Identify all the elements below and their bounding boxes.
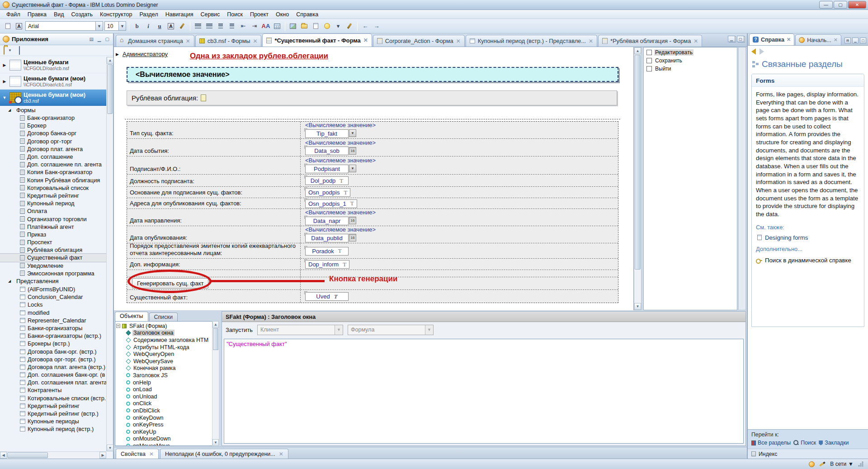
dropdown-icon[interactable]: ▼: [349, 165, 356, 172]
object-tree-item[interactable]: Заголовок JS: [116, 372, 218, 379]
sidebar-item[interactable]: Уведомление: [0, 262, 106, 270]
sidebar-item[interactable]: Representer_Calendar: [0, 317, 106, 324]
menu-item-Файл[interactable]: Файл: [3, 10, 24, 19]
sidebar-item[interactable]: Банки-организаторы (встр.): [0, 332, 106, 340]
sidebar-item[interactable]: Копия Банк-организатор: [0, 168, 106, 176]
sidebar-item[interactable]: Приказ: [0, 231, 106, 238]
close-icon[interactable]: ✕: [253, 38, 257, 44]
close-icon[interactable]: ✕: [589, 38, 593, 44]
sidebar-item[interactable]: Conclusion_Calendar: [0, 293, 106, 301]
object-tree-item[interactable]: onLoad: [116, 386, 218, 393]
close-icon[interactable]: ✕: [186, 38, 190, 44]
calendar-icon[interactable]: 16: [349, 217, 356, 224]
object-tree-item[interactable]: Атрибуты HTML-кода: [116, 344, 218, 351]
field-Dol_podp[interactable]: Dol_podpT: [305, 176, 349, 185]
editor-tab[interactable]: Corporate_Action - Форма✕: [373, 35, 465, 47]
sidebar-section-views[interactable]: ◢Представления: [0, 277, 106, 285]
close-icon[interactable]: ✕: [787, 37, 791, 43]
pane-maximize-icon[interactable]: ▢: [737, 36, 744, 42]
sidebar-item[interactable]: Доп. соглашения банк-орг. (в: [0, 371, 106, 379]
sidebar-item[interactable]: Банк-организатор: [0, 114, 106, 122]
tab-objects[interactable]: Объекты: [115, 312, 148, 321]
panel-menu-icon[interactable]: ▤: [88, 37, 94, 42]
administrator-link[interactable]: Администратору: [123, 51, 168, 57]
object-tree-item[interactable]: Содержимое заголовка HTM: [116, 336, 218, 344]
action-Сохранить[interactable]: Сохранить: [646, 57, 734, 64]
italic-button[interactable]: i: [143, 21, 153, 31]
sidebar-item[interactable]: Существенный факт: [0, 254, 106, 261]
menu-item-Сервис[interactable]: Сервис: [197, 10, 223, 19]
sidebar-item[interactable]: Договор банка-орг: [0, 129, 106, 137]
goto-link-2[interactable]: Поиск: [793, 440, 816, 446]
sidebar-item[interactable]: Доп. соглашение пл. агента: [0, 161, 106, 168]
sidebar-item[interactable]: Организатор торговли: [0, 215, 106, 223]
sidebar-item[interactable]: Кредитный рейтинг (встр.): [0, 410, 106, 417]
new-folder-icon[interactable]: [4, 47, 5, 55]
close-icon[interactable]: ✕: [363, 37, 368, 43]
sidebar-item[interactable]: Брокер: [0, 122, 106, 129]
object-tree-item[interactable]: onMouseDown: [116, 436, 218, 443]
sidebar-section-forms[interactable]: ◢Формы: [0, 106, 106, 114]
collapse-icon[interactable]: [116, 324, 120, 328]
tab-help[interactable]: ? Справка ✕: [749, 33, 794, 45]
bottom-tab[interactable]: Свойства✕: [116, 449, 159, 459]
twistie-icon[interactable]: ▼: [2, 95, 7, 100]
object-tree-item[interactable]: onClick: [116, 400, 218, 407]
sidebar-item[interactable]: Банки-организаторы: [0, 324, 106, 332]
calendar-icon[interactable]: 16: [349, 234, 356, 242]
help-maximize-icon[interactable]: ▢: [860, 38, 866, 43]
panel-maximize-icon[interactable]: ▢: [104, 37, 110, 42]
field-Uved[interactable]: UvedT: [305, 292, 349, 301]
sidebar-item[interactable]: Проспект: [0, 238, 106, 246]
sidebar-item[interactable]: modified: [0, 309, 106, 317]
help-menu-icon[interactable]: ▤: [844, 38, 851, 43]
close-icon[interactable]: ✕: [279, 451, 283, 457]
language-select[interactable]: Формула ▼: [348, 325, 434, 335]
sidebar-vertical-scrollbar[interactable]: ▲ ▼: [106, 57, 113, 451]
back-icon[interactable]: [751, 48, 756, 55]
attach-icon[interactable]: [311, 21, 321, 31]
sidebar-item[interactable]: Купонный период (встр.): [0, 425, 106, 433]
edit-mode-icon[interactable]: [819, 461, 826, 466]
scrollbar-thumb[interactable]: [213, 328, 218, 350]
field-Data_napr[interactable]: Data_napr: [305, 217, 349, 225]
chevron-down-icon[interactable]: ▼: [8, 48, 12, 52]
sidebar-item[interactable]: Доп. соглашение: [0, 153, 106, 161]
object-tree-item[interactable]: WebQuerySave: [116, 358, 218, 365]
windows-icon[interactable]: [19, 47, 20, 55]
run-target-select[interactable]: Клиент ▼: [257, 325, 343, 335]
outdent-icon[interactable]: ⇤: [238, 21, 248, 31]
database-entry[interactable]: ▼Ценные бумаги (мои)cb3.nsf: [0, 90, 106, 106]
online-status[interactable]: В сети ▼: [830, 461, 854, 467]
scrollbar-thumb[interactable]: [7, 452, 48, 458]
menu-item-Проект[interactable]: Проект: [246, 10, 272, 19]
menu-item-Правка[interactable]: Правка: [24, 10, 50, 19]
twistie-icon[interactable]: ◢: [8, 108, 13, 112]
object-tree-item[interactable]: onHelp: [116, 379, 218, 386]
menu-item-Раздел[interactable]: Раздел: [136, 10, 161, 19]
menu-item-Вид[interactable]: Вид: [50, 10, 68, 19]
goto-link-1[interactable]: Все разделы: [751, 440, 791, 446]
align-left-icon[interactable]: [193, 21, 203, 31]
field-Tip_fakt[interactable]: Tip_fakt: [305, 129, 349, 138]
sidebar-item[interactable]: Котировальные списки (встр.): [0, 394, 106, 402]
database-entry[interactable]: ▶Ценные бумаги (мои)\\CFGOLD/oao\cb1.nsf: [0, 73, 106, 90]
ruble-bond-bar[interactable]: Рублёвая облигация:: [127, 90, 617, 105]
checkbox-icon[interactable]: [646, 50, 652, 55]
menu-item-Создать[interactable]: Создать: [68, 10, 97, 19]
object-tree-item[interactable]: onKeyUp: [116, 428, 218, 436]
close-icon[interactable]: ✕: [149, 451, 154, 457]
sidebar-item[interactable]: Договора банк-орг. (встр.): [0, 347, 106, 355]
sidebar-item[interactable]: Купонные периоды: [0, 417, 106, 425]
sidebar-item[interactable]: Договор орг-торг: [0, 137, 106, 145]
close-icon[interactable]: ✕: [693, 38, 698, 44]
twistie-icon[interactable]: ◢: [8, 279, 13, 283]
menu-item-Поиск[interactable]: Поиск: [223, 10, 246, 19]
calendar-icon[interactable]: 16: [349, 147, 356, 155]
back-icon[interactable]: ←: [360, 21, 370, 31]
menu-item-Навигация[interactable]: Навигация: [162, 10, 197, 19]
doclink-icon[interactable]: [201, 95, 206, 101]
field-Dop_inform[interactable]: Dop_informT: [305, 260, 349, 269]
sidebar-item[interactable]: Платёжный агент: [0, 223, 106, 231]
align-justify-icon[interactable]: [204, 21, 214, 31]
